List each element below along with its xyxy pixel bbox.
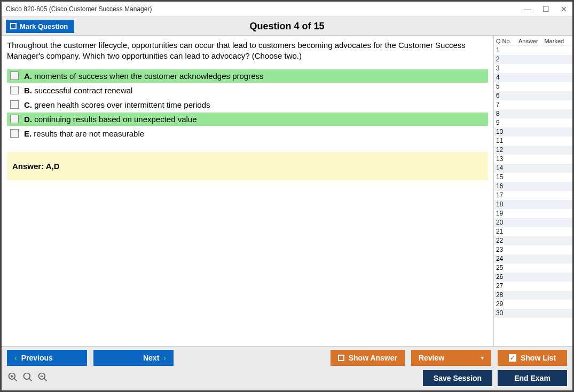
question-list-row[interactable]: 4 [494,73,572,82]
zoom-reset-icon[interactable] [22,372,34,385]
option-row[interactable]: B. successful contract renewal [7,84,488,97]
chevron-left-icon: ‹ [14,354,17,362]
question-list-row[interactable]: 22 [494,236,572,245]
question-list-row[interactable]: 29 [494,300,572,309]
minimize-icon[interactable]: — [523,5,532,13]
option-row[interactable]: D. continuing results based on unexpecte… [7,113,488,126]
options-list: A. moments of success when the customer … [7,69,488,140]
question-list-row[interactable]: 15 [494,173,572,182]
col-marked: Marked [544,38,570,44]
svg-point-4 [24,373,30,379]
end-exam-button[interactable]: End Exam [498,370,567,386]
option-row[interactable]: A. moments of success when the customer … [7,69,488,83]
option-checkbox[interactable] [10,71,19,80]
cell-answer [518,245,545,254]
cell-marked [544,73,570,82]
mark-question-button[interactable]: Mark Question [6,20,74,33]
maximize-icon[interactable]: ☐ [541,5,550,13]
cell-answer [518,100,545,109]
question-list-row[interactable]: 14 [494,164,572,173]
cell-marked [544,291,570,300]
question-list-body[interactable]: 1234567891011121314151617181920212223242… [494,45,572,346]
cell-qno: 16 [496,182,518,191]
question-list-row[interactable]: 17 [494,191,572,200]
cell-answer [518,263,545,273]
question-list-row[interactable]: 30 [494,309,572,318]
question-list-row[interactable]: 19 [494,209,572,218]
question-list-row[interactable]: 24 [494,254,572,263]
cell-marked [544,254,570,263]
show-list-button[interactable]: ✓ Show List [498,350,567,366]
cell-qno: 8 [496,109,518,118]
show-answer-label: Show Answer [349,354,397,362]
cell-qno: 30 [496,309,518,318]
question-list-row[interactable]: 3 [494,64,572,73]
cell-marked [544,273,570,282]
cell-qno: 22 [496,236,518,245]
question-list-row[interactable]: 2 [494,55,572,64]
cell-answer [518,55,545,64]
question-list-row[interactable]: 12 [494,146,572,155]
cell-answer [518,127,545,137]
cell-answer [518,137,545,146]
option-label: A. moments of success when the customer … [24,71,264,81]
question-list-row[interactable]: 6 [494,91,572,100]
question-list-row[interactable]: 11 [494,137,572,146]
cell-answer [518,273,545,282]
review-button[interactable]: Review ▾ [411,350,491,366]
cell-marked [544,236,570,245]
previous-button[interactable]: ‹ Previous [7,350,87,366]
cell-qno: 29 [496,300,518,309]
option-checkbox[interactable] [10,100,19,109]
question-list-row[interactable]: 16 [494,182,572,191]
cell-marked [544,173,570,182]
zoom-in-icon[interactable] [7,372,19,385]
question-list-header: Q No. Answer Marked [494,36,572,45]
cell-answer [518,118,545,127]
cell-marked [544,46,570,55]
next-button[interactable]: Next › [93,350,174,366]
question-list-row[interactable]: 27 [494,282,572,291]
footer-row-2: Save Session End Exam [7,370,567,386]
option-row[interactable]: C. green health scores over intermittent… [7,98,488,111]
cell-answer [518,146,545,155]
cell-answer [518,291,545,300]
question-list-row[interactable]: 7 [494,100,572,109]
save-session-button[interactable]: Save Session [423,370,492,386]
cell-marked [544,137,570,146]
option-checkbox[interactable] [10,115,19,123]
close-icon[interactable]: ✕ [560,5,568,13]
question-list-row[interactable]: 18 [494,200,572,209]
checkbox-icon [10,23,17,29]
show-answer-button[interactable]: Show Answer [331,350,405,366]
cell-answer [518,182,545,191]
zoom-out-icon[interactable] [37,372,49,385]
option-checkbox[interactable] [10,86,19,94]
cell-marked [544,182,570,191]
question-list-row[interactable]: 26 [494,273,572,282]
cell-qno: 15 [496,173,518,182]
option-row[interactable]: E. results that are not measurable [7,127,488,140]
cell-answer [518,155,545,164]
cell-marked [544,209,570,218]
cell-qno: 24 [496,254,518,263]
option-checkbox[interactable] [10,129,19,138]
question-list-row[interactable]: 21 [494,227,572,236]
question-list-row[interactable]: 10 [494,127,572,137]
question-list-row[interactable]: 25 [494,263,572,273]
question-list-row[interactable]: 20 [494,218,572,227]
check-icon: ✓ [509,354,516,362]
window-controls: — ☐ ✕ [523,5,568,13]
question-list-row[interactable]: 8 [494,109,572,118]
cell-qno: 21 [496,227,518,236]
option-label: C. green health scores over intermittent… [24,100,210,109]
question-list-row[interactable]: 28 [494,291,572,300]
question-list-row[interactable]: 13 [494,155,572,164]
question-list-row[interactable]: 9 [494,118,572,127]
question-list-row[interactable]: 1 [494,46,572,55]
question-list-row[interactable]: 5 [494,82,572,91]
question-list-row[interactable]: 23 [494,245,572,254]
cell-qno: 20 [496,218,518,227]
cell-marked [544,200,570,209]
option-label: D. continuing results based on unexpecte… [24,115,197,124]
